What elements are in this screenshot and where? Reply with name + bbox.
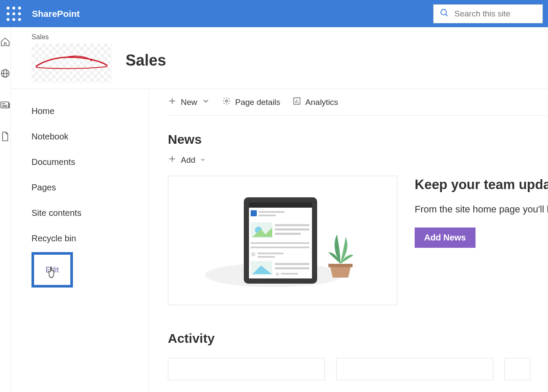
news-icon[interactable] [0, 100, 10, 111]
svg-rect-33 [258, 211, 284, 213]
svg-rect-49 [281, 273, 298, 275]
plus-icon [168, 97, 176, 107]
activity-section-title: Activity [168, 331, 548, 346]
sidebar-item-recycle-bin[interactable]: Recycle bin [31, 226, 148, 251]
page-title: Sales [126, 51, 166, 70]
svg-rect-43 [258, 253, 283, 254]
svg-rect-15 [9, 103, 9, 108]
svg-rect-38 [275, 228, 309, 231]
svg-point-8 [18, 18, 21, 21]
activity-card[interactable] [168, 358, 325, 380]
globe-icon[interactable] [0, 68, 10, 80]
news-illustration [168, 176, 397, 305]
command-bar: New Page details Analytics [168, 89, 548, 116]
global-header: SharePoint [0, 0, 548, 27]
svg-rect-31 [249, 202, 312, 208]
svg-rect-14 [1, 102, 9, 108]
page-details-button[interactable]: Page details [222, 97, 280, 107]
sidebar-item-site-contents[interactable]: Site contents [31, 200, 148, 226]
chevron-down-icon [200, 155, 206, 165]
svg-rect-44 [258, 256, 275, 258]
new-button[interactable]: New [168, 97, 210, 107]
app-launcher-icon[interactable] [5, 5, 22, 22]
news-heading: Keep your team updated with news on your… [415, 177, 548, 193]
analytics-button[interactable]: Analytics [293, 97, 338, 107]
sidebar-item-pages[interactable]: Pages [31, 175, 148, 200]
site-header: Sales Sales [11, 27, 548, 89]
news-description: From the site home page you'll be able t… [415, 202, 548, 216]
svg-point-21 [226, 100, 228, 102]
sidebar-item-home[interactable]: Home [31, 98, 148, 124]
svg-rect-41 [251, 247, 309, 248]
svg-point-3 [6, 12, 9, 15]
breadcrumb[interactable]: Sales [31, 33, 112, 41]
add-news-button[interactable]: Add News [415, 228, 476, 248]
cursor-hand-icon [47, 266, 57, 281]
site-logo[interactable] [31, 44, 112, 82]
add-news-menu[interactable]: Add [168, 155, 548, 165]
svg-point-9 [441, 9, 447, 15]
search-input[interactable] [454, 9, 536, 19]
home-icon[interactable] [0, 37, 10, 48]
app-name[interactable]: SharePoint [32, 9, 80, 19]
svg-point-5 [18, 12, 21, 15]
news-row: Keep your team updated with news on your… [168, 176, 548, 305]
gear-icon [222, 97, 231, 107]
svg-point-6 [6, 18, 9, 21]
svg-point-42 [251, 252, 255, 256]
page-body: New Page details Analytics News Ad [149, 89, 548, 392]
sidebar-item-notebook[interactable]: Notebook [31, 124, 148, 149]
svg-point-1 [13, 6, 16, 9]
plus-icon [168, 155, 176, 165]
activity-card[interactable] [336, 358, 493, 380]
page-details-label: Page details [235, 98, 280, 107]
svg-point-4 [13, 12, 16, 15]
icon-rail [0, 27, 11, 392]
search-icon [440, 8, 449, 19]
new-label: New [181, 98, 197, 107]
svg-rect-32 [251, 210, 257, 216]
svg-point-2 [18, 6, 21, 9]
svg-point-48 [276, 272, 279, 276]
news-section-title: News [168, 132, 548, 147]
analytics-icon [293, 97, 301, 107]
analytics-label: Analytics [305, 98, 338, 107]
search-box[interactable] [433, 4, 543, 23]
activity-cards [168, 358, 548, 380]
svg-rect-34 [258, 215, 276, 216]
svg-rect-46 [275, 263, 309, 265]
sidebar-item-documents[interactable]: Documents [31, 149, 148, 175]
svg-rect-40 [251, 242, 309, 244]
svg-point-7 [13, 18, 16, 21]
svg-rect-39 [275, 233, 301, 235]
sidebar: Home Notebook Documents Pages Site conte… [11, 89, 149, 392]
svg-rect-47 [275, 267, 309, 269]
chevron-down-icon [202, 97, 210, 107]
svg-line-10 [446, 14, 448, 16]
file-icon[interactable] [0, 131, 10, 143]
add-label: Add [181, 155, 195, 165]
svg-rect-50 [328, 264, 353, 267]
svg-rect-37 [275, 224, 309, 226]
activity-card[interactable] [504, 358, 530, 380]
svg-point-0 [6, 6, 9, 9]
edit-highlight-box: Edit [31, 252, 73, 288]
